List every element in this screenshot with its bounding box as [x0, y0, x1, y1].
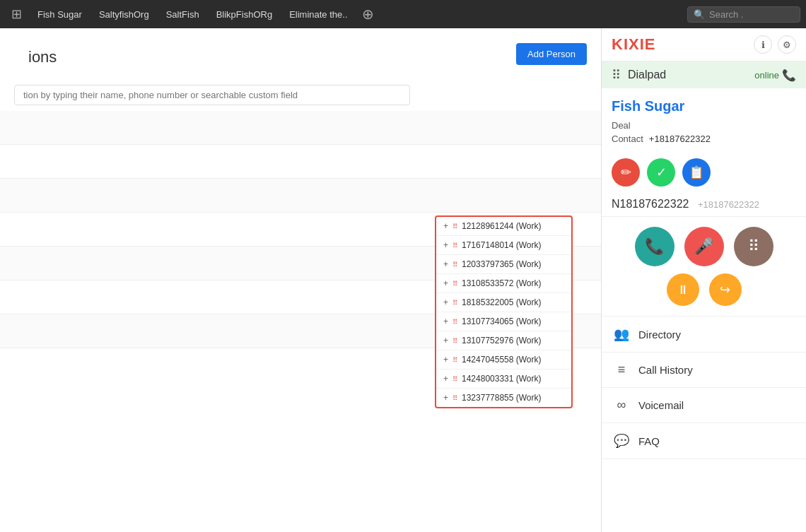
phone-item-7[interactable]: + ⠿ 14247045558 (Work) [436, 350, 571, 370]
faq-menu-item[interactable]: 💬 FAQ [602, 423, 806, 459]
directory-menu-item[interactable]: 👥 Directory [602, 317, 806, 353]
mute-button[interactable]: 🎤 [684, 227, 724, 266]
phone-number-text: 13108533572 (Work) [462, 278, 542, 288]
directory-label: Directory [638, 329, 681, 341]
contact-label: Contact [612, 134, 643, 144]
dialpad-bar[interactable]: ⠿ Dialpad online 📞 [602, 61, 806, 88]
deal-label: Deal [612, 120, 631, 131]
toolbar: ions Add Person [0, 28, 601, 79]
table-row [0, 145, 601, 179]
call-controls: 📞 🎤 ⠿ ⏸ ↪ [602, 217, 806, 316]
whatsapp-button[interactable]: ✓ [647, 158, 675, 187]
voicemail-icon: ∞ [613, 398, 630, 413]
pause-button[interactable]: ⏸ [667, 273, 699, 306]
bottom-menu: 👥 Directory ≡ Call History ∞ Voicemail 💬… [602, 316, 806, 459]
number-display: N18187622322 +18187622322 [602, 192, 806, 217]
phone-item-2[interactable]: + ⠿ 12033797365 (Work) [436, 255, 571, 274]
phone-item-9[interactable]: + ⠿ 13237778855 (Work) [436, 389, 571, 407]
phone-number-text: 14248003331 (Work) [462, 374, 542, 384]
online-status: online 📞 [754, 69, 796, 82]
phone-item-0[interactable]: + ⠿ 12128961244 (Work) [436, 217, 571, 236]
dialpad-label: Dialpad [628, 69, 747, 81]
phone-item-6[interactable]: + ⠿ 13107752976 (Work) [436, 331, 571, 350]
table-row [0, 179, 601, 213]
global-search[interactable]: 🔍 [687, 6, 800, 23]
kixie-header: KIXIE ℹ ⚙ [602, 28, 806, 61]
phone-icon: 📞 [782, 69, 796, 82]
contact-number: +18187622322 [649, 134, 711, 144]
voicemail-label: Voicemail [638, 399, 684, 411]
phone-item-1[interactable]: + ⠿ 17167148014 (Work) [436, 236, 571, 255]
call-history-menu-item[interactable]: ≡ Call History [602, 353, 806, 388]
phone-number-text: 14247045558 (Work) [462, 355, 542, 365]
phone-number-text: 12033797365 (Work) [462, 259, 542, 269]
phone-item-8[interactable]: + ⠿ 14248003331 (Work) [436, 370, 571, 389]
kixie-header-icons: ℹ ⚙ [754, 35, 796, 54]
directory-icon: 👥 [613, 326, 630, 342]
dialpad-grid-icon: ⠿ [612, 67, 621, 83]
action-buttons: ✏ ✓ 📋 [602, 153, 806, 192]
phone-item-4[interactable]: + ⠿ 18185322005 (Work) [436, 293, 571, 312]
nav-tab-saltyfishorg[interactable]: SaltyfishOrg [92, 6, 156, 23]
left-content: ions Add Person + ⠿ 12128961244 (Work) +… [0, 28, 601, 532]
call-controls-row-2: ⏸ ↪ [667, 273, 742, 306]
nav-tab-eliminate[interactable]: Eliminate the.. [282, 6, 354, 23]
edit-button[interactable]: ✏ [612, 158, 640, 187]
transfer-button[interactable]: ↪ [709, 273, 742, 306]
people-search-input[interactable] [14, 85, 410, 105]
call-history-label: Call History [638, 364, 693, 376]
call-history-icon: ≡ [613, 362, 630, 377]
top-navigation: ⊞ Fish Sugar SaltyfishOrg SaltFish Blikp… [0, 0, 806, 28]
call-button[interactable]: 📞 [635, 227, 674, 266]
contact-row: Contact +18187622322 [612, 134, 796, 144]
kixie-logo: KIXIE [612, 35, 655, 54]
contact-section: Fish Sugar Deal Contact +18187622322 [602, 88, 806, 153]
deal-row: Deal [612, 120, 796, 131]
phone-number-text: 18185322005 (Work) [462, 297, 542, 307]
call-controls-row-1: 📞 🎤 ⠿ [635, 227, 773, 266]
add-tab-button[interactable]: ⊕ [358, 6, 378, 23]
page-title: ions [14, 34, 71, 73]
search-input[interactable] [709, 9, 794, 20]
contact-name: Fish Sugar [612, 98, 796, 114]
number-display-text: N18187622322 [612, 198, 689, 210]
voicemail-menu-item[interactable]: ∞ Voicemail [602, 388, 806, 423]
kixie-panel: KIXIE ℹ ⚙ ⠿ Dialpad online 📞 Fish Sugar … [601, 28, 806, 532]
phone-item-5[interactable]: + ⠿ 13107734065 (Work) [436, 312, 571, 331]
settings-button[interactable]: ⚙ [778, 35, 796, 54]
nav-tab-saltfish[interactable]: SaltFish [159, 6, 206, 23]
nav-tab-blikpfishorg[interactable]: BlikpFishORg [209, 6, 279, 23]
search-icon: 🔍 [694, 9, 705, 20]
online-label: online [754, 70, 779, 81]
number-display-full: +18187622322 [698, 199, 759, 210]
nav-tab-fishsugar[interactable]: Fish Sugar [30, 6, 89, 23]
numpad-button[interactable]: ⠿ [734, 227, 773, 266]
nav-menu-icon[interactable]: ⊞ [6, 6, 28, 22]
phone-number-text: 12128961244 (Work) [462, 221, 542, 231]
table-row [0, 111, 601, 145]
main-layout: ions Add Person + ⠿ 12128961244 (Work) +… [0, 28, 806, 532]
add-person-button[interactable]: Add Person [516, 43, 587, 65]
phone-number-text: 13237778855 (Work) [462, 393, 542, 403]
info-button[interactable]: ℹ [754, 35, 772, 54]
phone-number-text: 13107734065 (Work) [462, 317, 542, 326]
phone-item-3[interactable]: + ⠿ 13108533572 (Work) [436, 274, 571, 293]
copy-button[interactable]: 📋 [682, 158, 711, 187]
faq-icon: 💬 [613, 433, 630, 449]
phone-number-text: 13107752976 (Work) [462, 336, 542, 345]
faq-label: FAQ [638, 435, 660, 447]
phone-number-popup: + ⠿ 12128961244 (Work) + ⠿ 17167148014 (… [435, 215, 573, 408]
phone-number-text: 17167148014 (Work) [462, 240, 542, 250]
